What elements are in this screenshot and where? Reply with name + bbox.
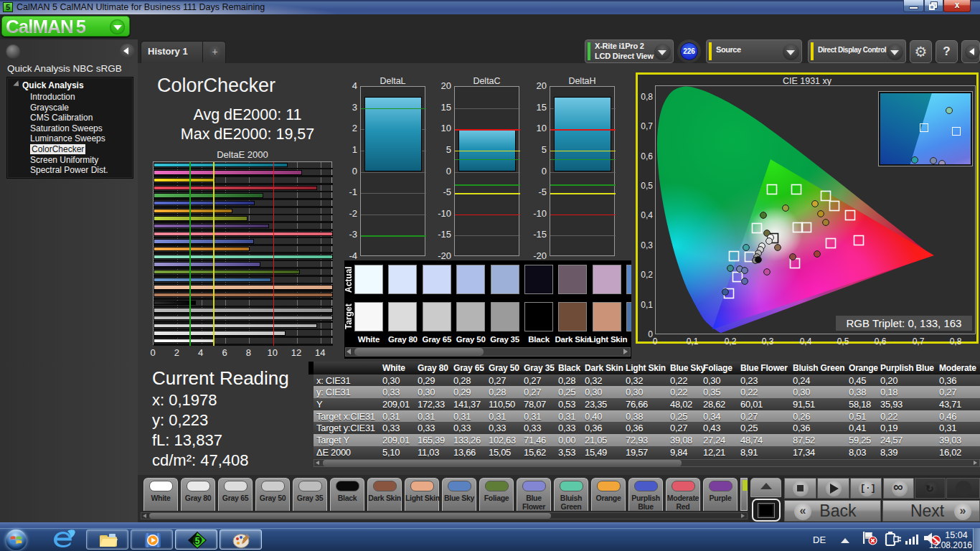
svg-text:5: 5 — [195, 536, 200, 546]
